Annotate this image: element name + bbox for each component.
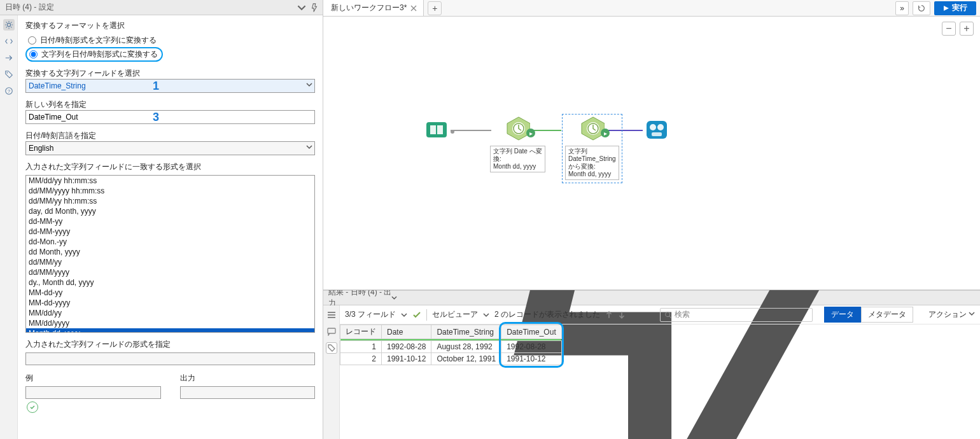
- node-browse[interactable]: [644, 118, 669, 143]
- format-option[interactable]: MM-dd-yy: [26, 288, 314, 298]
- svg-rect-5: [430, 125, 436, 134]
- annotation-1: 1: [153, 80, 159, 93]
- svg-rect-18: [328, 328, 335, 333]
- sidebar-arrow-icon[interactable]: [3, 52, 15, 64]
- radio-str-to-dt[interactable]: 文字列を日付/時刻形式に変換する: [25, 47, 163, 62]
- results-search[interactable]: 検索: [660, 308, 813, 322]
- svg-point-0: [7, 23, 10, 26]
- results-header: 結果 - 日時 (4) - 出力: [323, 290, 980, 305]
- node-label: 文字列 Date へ変換:Month dd, yyyy: [490, 146, 545, 172]
- config-panel-header: 日時 (4) - 設定: [0, 0, 323, 15]
- sidebar-tag-icon[interactable]: [3, 69, 15, 80]
- format-option[interactable]: dd/MM/yy: [26, 257, 314, 267]
- config-sidebar: ?: [0, 15, 18, 439]
- svg-rect-17: [328, 317, 335, 318]
- format-option[interactable]: dy., Month dd, yyyy: [26, 277, 314, 288]
- format-option[interactable]: MM-dd-yyyy: [26, 298, 314, 308]
- format-option[interactable]: dd/MM/yy hh:mm:ss: [26, 196, 314, 206]
- radio-dt-to-str[interactable]: 日付/時刻形式を文字列に変換する: [25, 34, 315, 47]
- svg-rect-15: [328, 312, 335, 313]
- node-convert-2[interactable]: ▸ 文字列DateTime_Stringから変換:Month dd, yyyy: [565, 117, 619, 180]
- format-option[interactable]: dd/MM/yyyy hh:mm:ss: [26, 186, 314, 196]
- format-option[interactable]: MM/dd/yy hh:mm:ss: [26, 176, 314, 186]
- action-dropdown[interactable]: アクション: [928, 309, 975, 320]
- section-newcol-label: 新しい列名を指定: [25, 99, 315, 110]
- results-msg-icon[interactable]: [326, 326, 337, 337]
- example-input[interactable]: [25, 386, 161, 399]
- output-display: [180, 386, 316, 399]
- search-icon: [664, 311, 672, 319]
- node-input[interactable]: [424, 118, 449, 143]
- workflow-canvas[interactable]: − + ▸ 文字列 Date へ変換:Month dd, yyyy ▸ 文字列D…: [323, 17, 980, 290]
- field-select[interactable]: [25, 79, 315, 93]
- col-header[interactable]: Date: [382, 325, 431, 339]
- format-option[interactable]: dd/MM/yyyy: [26, 267, 314, 277]
- zoom-in-button[interactable]: +: [960, 22, 974, 36]
- fields-count[interactable]: 3/3 フィールド: [345, 309, 396, 320]
- sidebar-xml-icon[interactable]: [3, 36, 15, 47]
- svg-point-19: [665, 312, 669, 316]
- svg-rect-6: [437, 125, 443, 134]
- check-icon[interactable]: [412, 310, 421, 319]
- format-option[interactable]: dd Month, yyyy: [26, 247, 314, 257]
- output-label: 出力: [180, 373, 316, 384]
- svg-rect-4: [426, 122, 447, 137]
- format-option[interactable]: day, dd Month, yyyy: [26, 206, 314, 216]
- caret-down-icon[interactable]: [401, 312, 407, 318]
- status-ok-icon: [27, 401, 38, 413]
- tab-data[interactable]: データ: [824, 307, 861, 323]
- node-label: 文字列DateTime_Stringから変換:Month dd, yyyy: [565, 146, 619, 180]
- svg-point-12: [650, 124, 656, 130]
- format-spec-input[interactable]: [25, 352, 315, 365]
- newcol-input[interactable]: [25, 110, 315, 124]
- workflow-tab-label: 新しいワークフロー3*: [331, 3, 407, 13]
- svg-point-1: [6, 73, 8, 74]
- col-header[interactable]: DateTime_String: [431, 325, 501, 339]
- results-table[interactable]: レコードDateDateTime_StringDateTime_Out11992…: [340, 324, 562, 365]
- chevron-down-icon[interactable]: [391, 295, 397, 301]
- section-match-label: 入力された文字列フィールドに一致する形式を選択: [25, 162, 315, 172]
- format-option[interactable]: MM/dd/yyyy: [26, 318, 314, 328]
- arrow-down-icon[interactable]: [618, 311, 626, 319]
- table-row[interactable]: 21991-10-12October 12, 19911991-10-12: [340, 353, 562, 365]
- col-header[interactable]: レコード: [340, 325, 382, 339]
- svg-rect-14: [652, 132, 662, 136]
- format-option[interactable]: Month dd, yyyy: [26, 328, 314, 333]
- arrow-up-icon[interactable]: [605, 311, 613, 319]
- node-convert-1[interactable]: ▸ 文字列 Date へ変換:Month dd, yyyy: [490, 117, 545, 172]
- annotation-3: 3: [153, 111, 159, 124]
- chevron-down-icon[interactable]: [297, 3, 306, 12]
- col-header[interactable]: DateTime_Out: [501, 325, 562, 339]
- results-out-icon[interactable]: [326, 342, 337, 354]
- zoom-out-button[interactable]: −: [942, 22, 956, 36]
- sidebar-help-icon[interactable]: ?: [3, 85, 15, 97]
- section-lang-label: 日付/時刻言語を指定: [25, 130, 315, 141]
- results-toolbar: 3/3 フィールド セルビューア 2 のレコードが表示されました 検索 データ …: [340, 305, 980, 324]
- format-option[interactable]: MM/dd/yy: [26, 308, 314, 318]
- svg-rect-16: [328, 314, 335, 316]
- sidebar-config-icon[interactable]: [3, 19, 15, 31]
- tab-metadata[interactable]: メタデータ: [861, 307, 913, 323]
- pin-icon[interactable]: [310, 3, 319, 12]
- config-panel-title: 日時 (4) - 設定: [5, 2, 54, 13]
- records-shown: 2 のレコードが表示されました: [494, 309, 600, 320]
- cellviewer-label[interactable]: セルビューア: [432, 309, 478, 320]
- table-row[interactable]: 11992-08-28August 28, 19921992-08-28: [340, 341, 562, 353]
- example-label: 例: [25, 373, 161, 384]
- config-panel: 日時 (4) - 設定 ? 変換するフォーマットを選択 日付/時刻形式を文字列に…: [0, 0, 323, 439]
- results-list-icon[interactable]: [326, 309, 337, 321]
- section-fmtspec-label: 入力された文字列フィールドの形式を指定: [25, 339, 315, 350]
- section-format-label: 変換するフォーマットを選択: [25, 20, 315, 31]
- format-option[interactable]: dd-Mon.-yy: [26, 237, 314, 247]
- results-sidebar: [323, 305, 340, 439]
- svg-text:?: ?: [8, 89, 10, 94]
- format-option[interactable]: dd-MM-yy: [26, 216, 314, 226]
- section-field-label: 変換する文字列フィールドを選択: [25, 68, 315, 79]
- caret-down-icon[interactable]: [483, 312, 489, 318]
- format-listbox[interactable]: MM/dd/yy hh:mm:ssdd/MM/yyyy hh:mm:ssdd/M…: [25, 175, 315, 333]
- svg-point-13: [657, 124, 664, 130]
- play-badge-icon: ▸: [526, 129, 535, 137]
- lang-select[interactable]: [25, 141, 315, 155]
- play-badge-icon: ▸: [601, 129, 610, 137]
- format-option[interactable]: dd-MM-yyyy: [26, 226, 314, 237]
